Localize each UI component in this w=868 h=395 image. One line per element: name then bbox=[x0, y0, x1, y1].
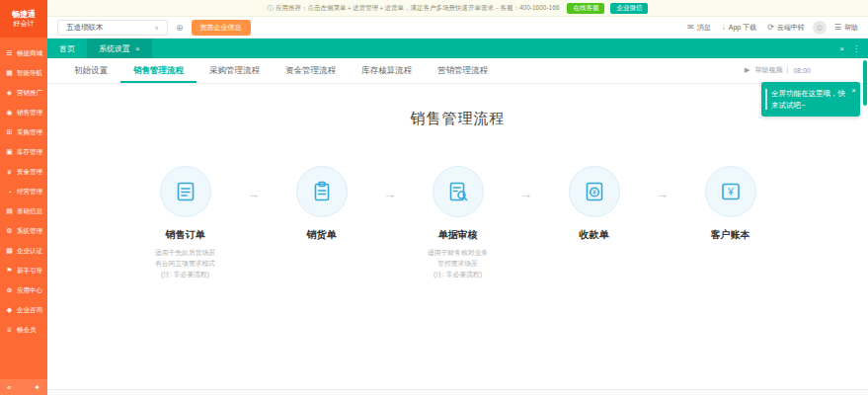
sidebar-item-label: 应用中心 bbox=[17, 286, 42, 295]
company-selector[interactable]: 五道琐联木 ∨ bbox=[57, 20, 168, 36]
operate-icon: ◔ bbox=[5, 189, 14, 196]
header-link-label: 云端中转 bbox=[777, 23, 805, 33]
download-icon: ↓ bbox=[722, 23, 726, 32]
vertical-scrollbar[interactable] bbox=[863, 60, 867, 106]
sidebar-item-label: 企业咨询 bbox=[17, 306, 42, 315]
workspace-tab[interactable]: 系统设置× bbox=[87, 39, 152, 58]
info-doc-icon: ▤ bbox=[5, 207, 14, 215]
close-tab-icon[interactable]: × bbox=[135, 44, 140, 53]
nav-icon: ▦ bbox=[5, 69, 14, 77]
tab-label: 系统设置 bbox=[99, 43, 130, 54]
topbar-badge[interactable]: 企业微信 bbox=[610, 3, 648, 14]
sidebar-item-funds[interactable]: ¥资金管理 bbox=[0, 162, 47, 182]
sidebar-item-guide[interactable]: ⚑新手引导 bbox=[0, 261, 47, 280]
chevron-down-icon: ∨ bbox=[155, 24, 159, 31]
workspace-tab[interactable]: 首页 bbox=[47, 39, 87, 58]
caption-line: 管控需求场景 bbox=[407, 258, 510, 269]
flow-step-caption: 适用于先款后货场景有合同立项需求模式(注: 非必要流程) bbox=[134, 247, 237, 280]
flow-step-sales-invoice: 销货单 bbox=[271, 166, 373, 247]
header-link-cloud-transfer[interactable]: ⟳云端中转 bbox=[767, 23, 805, 33]
flow-step-sales-order: 销售订单适用于先款后货场景有合同立项需求模式(注: 非必要流程) bbox=[134, 166, 237, 280]
sidebar-item-label: 畅会员 bbox=[17, 326, 37, 335]
collapse-sidebar-icon[interactable]: « bbox=[7, 383, 11, 392]
app-logo[interactable]: 畅捷通 好会计 bbox=[0, 0, 47, 38]
complete-info-button[interactable]: 完善企业信息 bbox=[192, 20, 251, 36]
sidebar-item-inventory[interactable]: ▣库存管理 bbox=[0, 142, 47, 162]
subtab-4[interactable]: 库存核算流程 bbox=[349, 58, 425, 83]
sidebar-item-mall[interactable]: ☰畅捷商城 bbox=[0, 43, 47, 63]
sidebar-item-label: 畅捷商城 bbox=[17, 49, 42, 58]
book-yen-icon: ¥ bbox=[705, 166, 756, 217]
sidebar-item-marketing[interactable]: ◈营销推广 bbox=[0, 83, 47, 103]
sidebar-item-label: 销售管理 bbox=[17, 109, 42, 118]
sidebar: 畅捷通 好会计 ☰畅捷商城▦智能导航◈营销推广◉销售管理⊞采购管理▣库存管理¥资… bbox=[0, 0, 47, 395]
flow-step-receipt-note: ¥收款单 bbox=[543, 166, 646, 247]
flow-step-label: 客户账本 bbox=[679, 228, 782, 242]
cert-icon: ▩ bbox=[5, 247, 14, 255]
announcement-text: ⓘ 应用推荐：点击左侧菜单＋进货管理＋进货单，满足客户多场景快速开单需求－客服：… bbox=[268, 4, 560, 13]
guide-icon: ⚑ bbox=[5, 267, 14, 275]
main-content: 初始设置销售管理流程采购管理流程资金管理流程库存核算流程营销管理流程 ▶ 帮助视… bbox=[47, 58, 868, 395]
subtab-2[interactable]: 采购管理流程 bbox=[197, 58, 273, 83]
sales-icon: ◉ bbox=[5, 109, 14, 117]
subtab-5[interactable]: 营销管理流程 bbox=[425, 58, 501, 83]
flow-step-label: 收款单 bbox=[543, 228, 646, 242]
page-title: 销售管理流程 bbox=[47, 110, 868, 128]
theme-icon[interactable]: ✦ bbox=[34, 383, 40, 392]
user-icon: ☺ bbox=[815, 23, 824, 33]
flow-step-audit: 单据审核适用于财务核对业务管控需求场景(注: 非必要流程) bbox=[407, 166, 510, 280]
sidebar-item-smart-nav[interactable]: ▦智能导航 bbox=[0, 63, 47, 83]
sidebar-item-consult[interactable]: ◆企业咨询 bbox=[0, 300, 47, 320]
tab-list-icon[interactable]: ⋮ bbox=[852, 44, 860, 53]
tooltip-close-icon[interactable]: × bbox=[851, 85, 856, 97]
sidebar-item-enterprise-cert[interactable]: ▩企业认证 bbox=[0, 241, 47, 261]
flow-arrow-icon: → bbox=[373, 187, 407, 201]
mall-icon: ☰ bbox=[5, 49, 14, 57]
sidebar-item-member[interactable]: ♕畅会员 bbox=[0, 320, 47, 340]
avatar[interactable]: ☺ bbox=[813, 21, 827, 35]
announcement-bar: ⓘ 应用推荐：点击左侧菜单＋进货管理＋进货单，满足客户多场景快速开单需求－客服：… bbox=[47, 0, 868, 17]
inventory-icon: ▣ bbox=[5, 148, 14, 156]
sidebar-footer: « ✦ bbox=[0, 379, 47, 395]
header-bar: 五道琐联木 ∨ ⊕ 完善企业信息 ✉消息↓App 下载⟳云端中转 ☺ ☰ 帮助 bbox=[47, 17, 868, 39]
subtab-0[interactable]: 初始设置 bbox=[61, 58, 120, 83]
header-link-label: 帮助 bbox=[844, 23, 858, 33]
sidebar-item-sales[interactable]: ◉销售管理 bbox=[0, 103, 47, 122]
flow-step-label: 销售订单 bbox=[134, 228, 237, 242]
help-video-link[interactable]: ▶ 帮助视频 08:00 bbox=[745, 65, 811, 75]
workflow-diagram: 销售订单适用于先款后货场景有合同立项需求模式(注: 非必要流程)→销货单→单据审… bbox=[47, 166, 868, 280]
sidebar-item-label: 智能导航 bbox=[17, 69, 42, 78]
sidebar-item-label: 库存管理 bbox=[17, 148, 42, 157]
announcement-badges: 在线客服企业微信 bbox=[567, 3, 648, 14]
sidebar-item-label: 资金管理 bbox=[17, 168, 42, 177]
apps-icon: ⊕ bbox=[5, 286, 14, 294]
play-icon: ▶ bbox=[745, 66, 750, 74]
tab-label: 首页 bbox=[59, 43, 75, 54]
header-link-messages[interactable]: ✉消息 bbox=[687, 23, 711, 33]
help-video-time: 08:00 bbox=[793, 67, 811, 74]
sidebar-item-operation[interactable]: ◔经营管理 bbox=[0, 182, 47, 201]
subtab-3[interactable]: 资金管理流程 bbox=[273, 58, 349, 83]
close-all-tabs-icon[interactable]: × bbox=[839, 44, 844, 53]
header-link-help[interactable]: ☰ 帮助 bbox=[834, 23, 858, 33]
flow-arrow-icon: → bbox=[646, 187, 679, 201]
header-link-label: 消息 bbox=[697, 23, 711, 33]
sidebar-item-purchase[interactable]: ⊞采购管理 bbox=[0, 122, 47, 142]
sidebar-item-app-center[interactable]: ⊕应用中心 bbox=[0, 280, 47, 300]
header-links: ✉消息↓App 下载⟳云端中转 bbox=[687, 23, 805, 33]
topbar-badge[interactable]: 在线客服 bbox=[567, 3, 604, 14]
horizontal-scrollbar[interactable] bbox=[47, 389, 868, 395]
sync-icon: ⟳ bbox=[767, 23, 774, 32]
tabbar-actions: × ⋮ bbox=[839, 39, 868, 58]
sidebar-item-base-info[interactable]: ▤基础信息 bbox=[0, 201, 47, 221]
subtab-1[interactable]: 销售管理流程 bbox=[120, 58, 197, 83]
sidebar-item-system[interactable]: ⚙系统管理 bbox=[0, 221, 47, 241]
purchase-icon: ⊞ bbox=[5, 128, 14, 136]
consult-icon: ◆ bbox=[5, 306, 14, 314]
flow-step-label: 单据审核 bbox=[407, 228, 510, 242]
header-link-app-download[interactable]: ↓App 下载 bbox=[722, 23, 756, 33]
company-name: 五道琐联木 bbox=[66, 23, 104, 33]
flow-arrow-icon: → bbox=[237, 187, 271, 201]
globe-icon[interactable]: ⊕ bbox=[176, 23, 184, 33]
caption-line: (注: 非必要流程) bbox=[407, 269, 510, 279]
